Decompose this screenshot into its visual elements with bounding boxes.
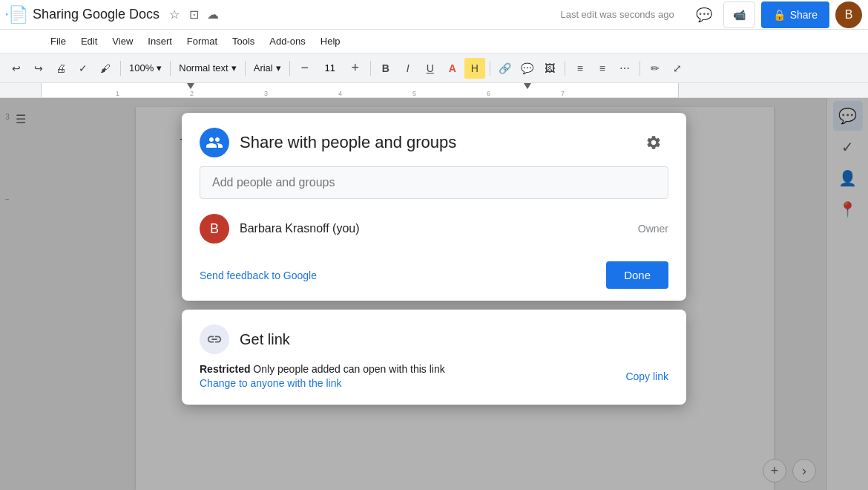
ruler-right-marker[interactable] <box>524 83 531 89</box>
move-icon[interactable]: ⊡ <box>186 7 201 22</box>
bold-button[interactable]: B <box>375 58 396 79</box>
ruler-inner: 1 2 3 4 5 6 7 <box>41 83 679 97</box>
underline-button[interactable]: U <box>420 58 441 79</box>
highlight-button[interactable]: H <box>464 58 485 79</box>
divider-1 <box>120 61 121 76</box>
italic-button[interactable]: I <box>398 58 418 79</box>
print-button[interactable]: 🖨 <box>50 58 71 79</box>
user-avatar[interactable]: B <box>835 1 862 28</box>
copy-link-button[interactable]: Copy link <box>614 370 668 382</box>
menu-help[interactable]: Help <box>315 33 346 50</box>
search-input-wrap[interactable] <box>200 166 668 199</box>
user-row: B Barbara Krasnoff (you) Owner <box>182 208 686 255</box>
menu-bar: File Edit View Insert Format Tools Add-o… <box>0 30 868 53</box>
ruler: 1 2 3 4 5 6 7 <box>0 83 868 98</box>
ruler-mark-6: 6 <box>487 90 490 97</box>
link-dialog-title: Get link <box>240 331 290 348</box>
menu-tools[interactable]: Tools <box>226 33 260 50</box>
modal-overlay: Share with people and groups B Barbara K… <box>0 98 868 490</box>
dialog-settings-button[interactable] <box>639 128 668 157</box>
paint-format-button[interactable]: 🖌 <box>95 58 116 79</box>
title-icons: ☆ ⊡ ☁ <box>167 7 220 22</box>
pen-mode-button[interactable]: ✏ <box>645 58 665 79</box>
more-options-button[interactable]: ⋯ <box>614 58 635 79</box>
ruler-mark-4: 4 <box>338 90 342 97</box>
ruler-indent-marker[interactable] <box>187 83 194 89</box>
link-button[interactable]: 🔗 <box>495 58 516 79</box>
divider-8 <box>640 61 640 76</box>
dialog-header: Share with people and groups <box>182 113 686 166</box>
share-dialog: Share with people and groups B Barbara K… <box>182 113 686 301</box>
restricted-bold: Restricted <box>200 363 250 375</box>
user-name-label: Barbara Krasnoff (you) <box>240 222 628 235</box>
redo-button[interactable]: ↪ <box>28 58 49 79</box>
ruler-mark-2: 2 <box>190 90 194 97</box>
main-area: ☰ This is 3 − 💬 ✓ 👤 📍 + › <box>0 98 868 490</box>
svg-rect-4 <box>6 13 7 16</box>
font-select[interactable]: Arial ▾ <box>250 58 285 79</box>
done-button[interactable]: Done <box>606 261 668 289</box>
link-dialog: Get link Restricted Only people added ca… <box>182 310 686 405</box>
share-dialog-icon <box>200 128 229 157</box>
change-link-access[interactable]: Change to anyone with the link <box>200 377 341 389</box>
list-button[interactable]: ≡ <box>592 58 613 79</box>
add-people-input[interactable] <box>212 176 656 189</box>
menu-view[interactable]: View <box>106 33 139 50</box>
docs-logo-icon: 📄 <box>6 4 28 26</box>
user-role-label: Owner <box>638 223 668 235</box>
share-button[interactable]: 🔒 Share <box>761 1 829 28</box>
user-avatar-circle: B <box>200 214 229 244</box>
menu-addons[interactable]: Add-ons <box>263 33 311 50</box>
menu-file[interactable]: File <box>45 33 72 50</box>
font-size-increase-button[interactable]: + <box>345 58 366 79</box>
ruler-mark-7: 7 <box>561 90 565 97</box>
dialog-title: Share with people and groups <box>240 133 628 152</box>
link-text-area: Restricted Only people added can open wi… <box>200 363 614 390</box>
divider-7 <box>565 61 565 76</box>
align-button[interactable]: ≡ <box>570 58 591 79</box>
toolbar: ↩ ↪ 🖨 ✓ 🖌 100% ▾ Normal text ▾ Arial ▾ −… <box>0 53 868 83</box>
font-size-input[interactable]: 11 <box>317 58 343 79</box>
share-lock-icon: 🔒 <box>773 9 786 21</box>
spell-check-button[interactable]: ✓ <box>73 58 93 79</box>
link-icon-circle <box>200 324 229 354</box>
search-area <box>182 166 686 208</box>
cloud-icon[interactable]: ☁ <box>206 7 220 22</box>
link-dialog-header: Get link <box>200 324 668 354</box>
ruler-mark-5: 5 <box>412 90 416 97</box>
menu-format[interactable]: Format <box>181 33 223 50</box>
style-select[interactable]: Normal text ▾ <box>175 58 240 79</box>
top-right-actions: 💬 📹 🔒 Share B <box>691 1 862 28</box>
top-bar: 📄 Sharing Google Docs ☆ ⊡ ☁ Last edit wa… <box>0 0 868 30</box>
divider-4 <box>289 61 290 76</box>
dialog-footer: Send feedback to Google Done <box>182 255 686 301</box>
font-size-area: − 11 + <box>295 58 366 79</box>
menu-insert[interactable]: Insert <box>142 33 178 50</box>
menu-edit[interactable]: Edit <box>75 33 103 50</box>
divider-2 <box>170 61 171 76</box>
divider-3 <box>245 61 246 76</box>
undo-button[interactable]: ↩ <box>6 58 27 79</box>
image-button[interactable]: 🖼 <box>539 58 560 79</box>
font-size-decrease-button[interactable]: − <box>295 58 315 79</box>
star-icon[interactable]: ☆ <box>167 7 182 22</box>
divider-6 <box>490 61 490 76</box>
ruler-mark-1: 1 <box>116 90 119 97</box>
restricted-desc: Only people added can open with this lin… <box>253 363 444 375</box>
zoom-select[interactable]: 100% ▾ <box>125 58 165 79</box>
link-body: Restricted Only people added can open wi… <box>200 363 668 390</box>
document-title: Sharing Google Docs <box>33 7 160 22</box>
divider-5 <box>370 61 371 76</box>
ruler-mark-3: 3 <box>264 90 268 97</box>
comments-icon-button[interactable]: 💬 <box>691 1 717 28</box>
comment-button[interactable]: 💬 <box>517 58 538 79</box>
link-restricted-text: Restricted Only people added can open wi… <box>200 363 614 375</box>
feedback-link[interactable]: Send feedback to Google <box>200 270 317 281</box>
meet-button[interactable]: 📹 <box>723 1 755 28</box>
font-color-button[interactable]: A <box>442 58 463 79</box>
expand-button[interactable]: ⤢ <box>667 58 688 79</box>
meet-icon: 📹 <box>733 9 746 21</box>
last-edit-status: Last edit was seconds ago <box>560 9 674 20</box>
